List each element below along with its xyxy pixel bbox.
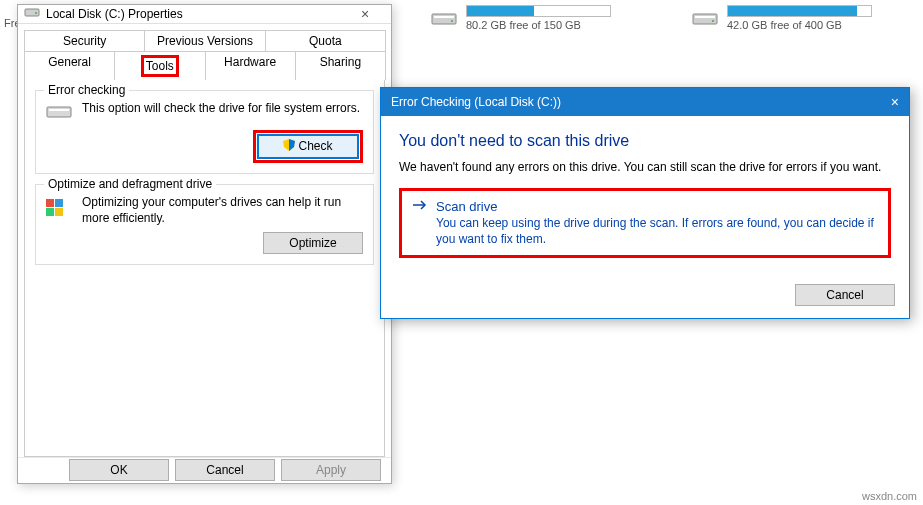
drive-free-text: 80.2 GB free of 150 GB <box>466 19 611 31</box>
groupbox-title: Optimize and defragment drive <box>44 177 216 191</box>
arrow-right-icon <box>412 199 428 214</box>
drive-capacity-bar <box>727 5 872 17</box>
svg-rect-8 <box>47 107 71 117</box>
svg-rect-3 <box>693 14 717 24</box>
tab-content-tools: Error checking This option will check th… <box>24 79 385 457</box>
highlight-box: Scan drive You can keep using the drive … <box>399 188 891 258</box>
highlight-box: Check <box>253 130 363 163</box>
defrag-icon <box>46 195 72 222</box>
drive-item[interactable]: 80.2 GB free of 150 GB <box>430 5 611 31</box>
drive-icon <box>46 101 72 124</box>
svg-rect-4 <box>695 16 715 18</box>
properties-window: Local Disk (C:) Properties × Security Pr… <box>17 4 392 484</box>
window-title: Local Disk (C:) Properties <box>46 7 345 21</box>
cancel-button[interactable]: Cancel <box>795 284 895 306</box>
svg-rect-0 <box>432 14 456 24</box>
svg-point-2 <box>451 20 453 22</box>
apply-button[interactable]: Apply <box>281 459 381 481</box>
scan-drive-subtext: You can keep using the drive during the … <box>436 216 878 247</box>
attribution-text: wsxdn.com <box>862 490 917 502</box>
cancel-button[interactable]: Cancel <box>175 459 275 481</box>
svg-rect-10 <box>46 199 54 207</box>
svg-rect-11 <box>55 199 63 207</box>
tab-sharing[interactable]: Sharing <box>295 51 386 80</box>
dialog-heading: You don't need to scan this drive <box>399 132 891 150</box>
shield-icon <box>283 139 295 154</box>
tab-hardware[interactable]: Hardware <box>205 51 296 80</box>
groupbox-optimize: Optimize and defragment drive Optimizing… <box>35 184 374 265</box>
tab-security[interactable]: Security <box>24 30 145 51</box>
drive-free-text: 42.0 GB free of 400 GB <box>727 19 872 31</box>
titlebar[interactable]: Error Checking (Local Disk (C:)) × <box>381 88 909 116</box>
ok-button[interactable]: OK <box>69 459 169 481</box>
svg-point-5 <box>712 20 714 22</box>
error-checking-description: This option will check the drive for fil… <box>82 101 360 117</box>
svg-rect-9 <box>49 109 69 111</box>
titlebar[interactable]: Local Disk (C:) Properties × <box>18 5 391 24</box>
tab-quota[interactable]: Quota <box>265 30 386 51</box>
drive-icon <box>430 8 458 28</box>
svg-rect-1 <box>434 16 454 18</box>
dialog-button-row: OK Cancel Apply <box>18 457 391 483</box>
groupbox-title: Error checking <box>44 83 129 97</box>
error-checking-dialog: Error Checking (Local Disk (C:)) × You d… <box>380 87 910 319</box>
groupbox-error-checking: Error checking This option will check th… <box>35 90 374 174</box>
optimize-description: Optimizing your computer's drives can he… <box>82 195 363 226</box>
drive-icon <box>691 8 719 28</box>
scan-drive-link[interactable]: Scan drive <box>412 199 878 214</box>
tab-general[interactable]: General <box>24 51 115 80</box>
close-icon[interactable]: × <box>891 94 899 110</box>
dialog-description: We haven't found any errors on this driv… <box>399 160 891 174</box>
drive-item[interactable]: 42.0 GB free of 400 GB <box>691 5 872 31</box>
svg-rect-12 <box>46 208 54 216</box>
close-icon[interactable]: × <box>345 6 385 22</box>
svg-point-7 <box>35 12 37 14</box>
dialog-title: Error Checking (Local Disk (C:)) <box>391 95 891 109</box>
scan-drive-label: Scan drive <box>436 199 497 214</box>
optimize-button[interactable]: Optimize <box>263 232 363 254</box>
svg-rect-6 <box>25 9 39 16</box>
highlight-box: Tools <box>141 55 179 77</box>
drive-capacity-bar <box>466 5 611 17</box>
svg-rect-13 <box>55 208 63 216</box>
check-button[interactable]: Check <box>258 135 358 158</box>
tab-tools[interactable]: Tools <box>114 51 205 80</box>
drive-icon <box>24 5 40 22</box>
tab-previous-versions[interactable]: Previous Versions <box>144 30 265 51</box>
